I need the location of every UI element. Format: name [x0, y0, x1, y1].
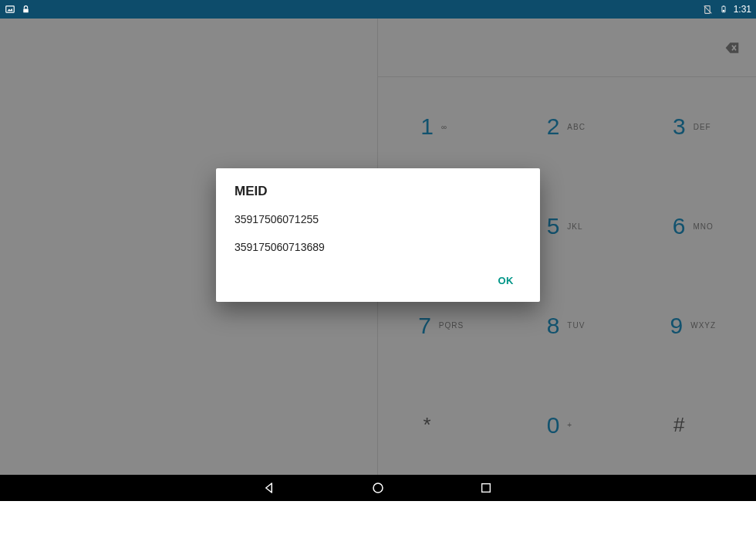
dialog-actions: OK: [235, 269, 521, 293]
lock-icon: [20, 4, 31, 15]
meid-dialog: MEID 35917506071255 359175060713689 OK: [216, 168, 540, 302]
dialog-title: MEID: [235, 184, 521, 199]
back-button[interactable]: [262, 480, 278, 496]
status-time: 1:31: [734, 4, 751, 15]
home-button[interactable]: [370, 480, 386, 496]
recents-button[interactable]: [478, 480, 494, 496]
svg-point-9: [373, 483, 383, 493]
meid-value-1: 35917506071255: [235, 213, 521, 225]
svg-rect-1: [23, 8, 29, 12]
battery-icon: [718, 4, 729, 15]
svg-rect-0: [6, 6, 15, 12]
svg-rect-6: [722, 10, 724, 12]
no-sim-icon: [703, 4, 714, 15]
meid-value-2: 359175060713689: [235, 241, 521, 253]
navigation-bar: [0, 475, 756, 501]
bottom-spacer: [0, 501, 756, 535]
svg-rect-5: [723, 5, 724, 6]
svg-rect-10: [482, 484, 491, 493]
status-right: 1:31: [703, 4, 751, 15]
status-bar: 1:31: [0, 0, 756, 19]
status-left: [5, 4, 31, 15]
ok-button[interactable]: OK: [491, 269, 522, 293]
image-icon: [5, 4, 15, 15]
